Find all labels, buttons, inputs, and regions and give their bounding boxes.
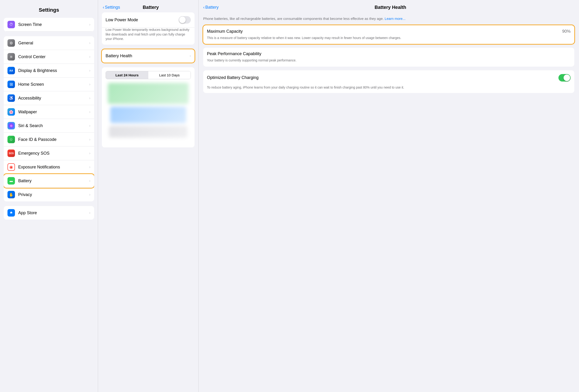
- privacy-chevron: ›: [89, 192, 90, 197]
- low-power-toggle[interactable]: [179, 16, 191, 24]
- emergency-icon: SOS: [7, 150, 15, 157]
- siri-chevron: ›: [89, 124, 90, 128]
- sidebar-item-battery[interactable]: ▬ Battery ›: [4, 174, 94, 188]
- appstore-label: App Store: [18, 211, 89, 215]
- back-chevron-icon: ‹: [103, 5, 104, 10]
- sidebar-item-general[interactable]: ⚙ General ›: [4, 36, 94, 50]
- sidebar-item-wallpaper[interactable]: 🌸 Wallpaper ›: [4, 105, 94, 119]
- privacy-icon: ✋: [7, 191, 15, 198]
- siri-icon: ◎: [7, 122, 15, 129]
- optimized-charging-toggle-knob: [564, 75, 570, 81]
- sidebar-item-emergency[interactable]: SOS Emergency SOS ›: [4, 147, 94, 160]
- optimized-charging-group: Optimized Battery Charging To reduce bat…: [203, 70, 574, 93]
- sidebar-item-accessibility[interactable]: ♿ Accessibility ›: [4, 91, 94, 105]
- battery-health-chevron-icon: ›: [190, 54, 191, 58]
- homescreen-label: Home Screen: [18, 82, 89, 87]
- peak-performance-item: Peak Performance Capability Your battery…: [203, 48, 574, 67]
- sidebar-item-screentime[interactable]: ⏱ Screen Time ›: [4, 18, 94, 32]
- battery-chevron: ›: [89, 179, 90, 183]
- chart-bar-gray: [109, 126, 187, 138]
- health-panel: ‹ Battery Battery Health Phone batteries…: [199, 0, 579, 392]
- maximum-capacity-group: Maximum Capacity 90% This is a measure o…: [203, 25, 574, 44]
- appstore-chevron: ›: [89, 211, 90, 215]
- peak-performance-group: Peak Performance Capability Your battery…: [203, 48, 574, 67]
- battery-label: Battery: [18, 178, 89, 183]
- sidebar-item-siri[interactable]: ◎ Siri & Search ›: [4, 119, 94, 133]
- chart-bar-blue: [110, 107, 186, 123]
- settings-title: Settings: [0, 5, 98, 18]
- emergency-label: Emergency SOS: [18, 151, 89, 156]
- learn-more-link[interactable]: Learn more...: [385, 17, 405, 20]
- health-content: Phone batteries, like all rechargeable b…: [199, 12, 579, 97]
- privacy-label: Privacy: [18, 192, 89, 197]
- siri-label: Siri & Search: [18, 123, 89, 128]
- wallpaper-label: Wallpaper: [18, 110, 89, 114]
- accessibility-chevron: ›: [89, 96, 90, 100]
- homescreen-chevron: ›: [89, 82, 90, 86]
- sidebar-item-appstore[interactable]: App Store ›: [4, 206, 94, 220]
- low-power-group: Low Power Mode Low Power Mode temporaril…: [102, 12, 195, 45]
- chart-tab-10d[interactable]: Last 10 Days: [148, 71, 191, 79]
- sidebar-item-controlcenter[interactable]: ⊞ Control Center ›: [4, 50, 94, 64]
- low-power-mode-item[interactable]: Low Power Mode: [102, 12, 195, 28]
- sidebar-item-homescreen[interactable]: ⊞ Home Screen ›: [4, 78, 94, 91]
- chart-tab-group: Last 24 Hours Last 10 Days: [106, 71, 191, 79]
- display-label: Display & Brightness: [18, 68, 89, 73]
- sidebar-item-faceid[interactable]: ☺ Face ID & Passcode ›: [4, 133, 94, 147]
- toggle-knob: [179, 17, 186, 23]
- settings-group-top: ⏱ Screen Time ›: [4, 18, 94, 32]
- display-icon: AA: [7, 67, 15, 74]
- battery-header: ‹ Settings Battery: [98, 0, 198, 12]
- battery-chart: [106, 83, 191, 144]
- wallpaper-icon: 🌸: [7, 108, 15, 116]
- exposure-chevron: ›: [89, 165, 90, 169]
- health-back-chevron-icon: ‹: [203, 5, 205, 10]
- battery-back-label: Settings: [105, 5, 120, 10]
- maximum-capacity-item: Maximum Capacity 90% This is a measure o…: [203, 25, 574, 44]
- optimized-charging-item[interactable]: Optimized Battery Charging: [203, 70, 574, 85]
- screentime-chevron: ›: [89, 22, 90, 27]
- maximum-capacity-row: Maximum Capacity 90%: [207, 29, 571, 34]
- battery-health-item[interactable]: Battery Health ›: [102, 49, 195, 63]
- health-intro-text: Phone batteries, like all rechargeable b…: [203, 12, 574, 25]
- controlcenter-chevron: ›: [89, 55, 90, 59]
- controlcenter-icon: ⊞: [7, 53, 15, 61]
- sidebar-item-privacy[interactable]: ✋ Privacy ›: [4, 188, 94, 201]
- homescreen-icon: ⊞: [7, 80, 15, 88]
- optimized-charging-label: Optimized Battery Charging: [207, 75, 559, 80]
- emergency-chevron: ›: [89, 151, 90, 155]
- battery-content: Low Power Mode Low Power Mode temporaril…: [98, 12, 198, 152]
- health-panel-title: Battery Health: [375, 5, 420, 10]
- battery-chart-area: Last 24 Hours Last 10 Days: [102, 67, 195, 148]
- controlcenter-label: Control Center: [18, 54, 89, 59]
- battery-panel: ‹ Settings Battery Low Power Mode Low Po…: [98, 0, 199, 392]
- battery-health-label: Battery Health: [106, 54, 190, 58]
- faceid-label: Face ID & Passcode: [18, 137, 89, 142]
- peak-performance-description: Your battery is currently supporting nor…: [207, 58, 571, 63]
- low-power-label: Low Power Mode: [106, 17, 179, 22]
- exposure-icon: ◉: [7, 163, 15, 171]
- health-back-button[interactable]: ‹ Battery: [203, 5, 218, 10]
- general-icon: ⚙: [7, 39, 15, 47]
- faceid-icon: ☺: [7, 136, 15, 143]
- battery-panel-title: Battery: [143, 5, 173, 10]
- display-chevron: ›: [89, 69, 90, 73]
- chart-bar-green: [108, 83, 189, 104]
- general-label: General: [18, 41, 89, 46]
- sidebar-item-exposure[interactable]: ◉ Exposure Notifications ›: [4, 160, 94, 174]
- peak-performance-label: Peak Performance Capability: [207, 51, 261, 56]
- sidebar-item-display[interactable]: AA Display & Brightness ›: [4, 64, 94, 78]
- battery-health-group: Battery Health ›: [102, 49, 195, 63]
- health-header: ‹ Battery Battery Health: [199, 0, 579, 12]
- settings-group-appstore: App Store ›: [4, 206, 94, 220]
- maximum-capacity-description: This is a measure of battery capacity re…: [207, 36, 571, 40]
- low-power-description: Low Power Mode temporarily reduces backg…: [102, 28, 195, 45]
- chart-tab-24h[interactable]: Last 24 Hours: [106, 71, 148, 79]
- settings-panel: Settings ⏱ Screen Time › ⚙ General › ⊞ C…: [0, 0, 98, 392]
- optimized-charging-toggle[interactable]: [559, 74, 571, 81]
- battery-back-button[interactable]: ‹ Settings: [103, 5, 120, 10]
- screentime-icon: ⏱: [7, 21, 15, 28]
- maximum-capacity-value: 90%: [562, 29, 571, 34]
- health-back-label: Battery: [205, 5, 218, 10]
- maximum-capacity-label: Maximum Capacity: [207, 29, 243, 34]
